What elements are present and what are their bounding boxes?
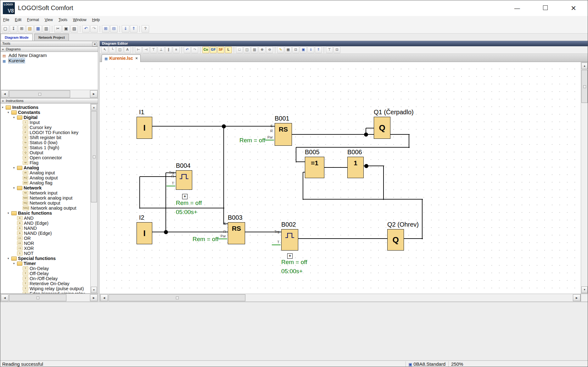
instruction-nor[interactable]: ≥1NOR [1,241,91,246]
instruction-off-delay[interactable]: TOff-Delay [1,271,91,276]
menu-edit[interactable]: Edit [12,16,24,24]
instruction-special-functions[interactable]: ▾Special functions [1,256,91,261]
align-bottom-button[interactable]: ⊥ [158,47,165,53]
redo-button[interactable]: ↷ [90,25,98,33]
instruction-cursor-key[interactable]: CCursor key [1,125,91,130]
print-button[interactable]: ▥ [42,25,50,33]
instruction-analog-flag[interactable]: AMAnalog flag [1,180,91,185]
instruction-nand[interactable]: &NAND [1,226,91,231]
scroll-down-button[interactable]: ▼ [91,287,97,293]
grid-button[interactable]: ▦ [285,47,292,53]
menu-window[interactable]: Window [70,16,89,24]
basic-functions-button[interactable]: GF [210,47,217,53]
scroll-thumb[interactable] [581,70,588,103]
diagram-item-kurenie[interactable]: ▦Kurenie [1,58,98,63]
instruction-xor[interactable]: =1XOR [1,246,91,251]
tree-toggle-icon[interactable]: ▾ [13,165,17,170]
instruction-analog-input[interactable]: AIAnalog input [1,170,91,175]
instruction-not[interactable]: 1NOT [1,251,91,256]
context-help-button[interactable]: ? [142,25,149,33]
instruction-nand-edge[interactable]: &NAND (Edge) [1,231,91,236]
zoom-in-button[interactable]: ⊕ [259,47,266,53]
align-top-button[interactable]: ⊤ [150,47,157,53]
instruction-retentive-on-delay[interactable]: TRetentive On-Delay [1,281,91,286]
pc-to-logo-button[interactable]: ⇓ [122,25,129,33]
block-q1[interactable]: Q [374,117,390,139]
instruction-edge-triggered-wiping-relay[interactable]: TEdge triggered wiping relay [1,291,91,294]
paste-button[interactable]: ▨ [70,25,78,33]
instruction-and[interactable]: &AND [1,216,91,221]
align-left-button[interactable]: ⊢ [135,47,142,53]
special-functions-button[interactable]: SF [217,47,224,53]
expand-parameter-button[interactable]: + [182,194,188,199]
tab-diagram-mode[interactable]: Diagram Mode [1,34,33,41]
instruction-flag[interactable]: MFlag [1,160,91,165]
fit-view-button[interactable]: ⊡ [333,47,340,53]
scroll-left-button[interactable]: ◀ [100,294,108,301]
open-button[interactable]: ▤ [26,25,34,33]
new-diagram-button[interactable]: ▢ [2,25,9,33]
canvas-hscrollbar[interactable]: ◀ ▶ [100,294,581,302]
tree-toggle-icon[interactable]: ▾ [8,256,11,261]
diagrams-hscrollbar[interactable]: ◀ ▶ [0,90,98,98]
copy-button[interactable]: ▣ [62,25,70,33]
constants-button[interactable]: Co [202,47,209,53]
menu-help[interactable]: Help [89,16,103,24]
expand-parameter-button[interactable]: + [287,253,293,259]
diagram-item-add-new-diagram[interactable]: ▤Add New Diagram [1,53,98,58]
save-button[interactable]: ▦ [34,25,42,33]
canvas-vscrollbar[interactable]: ▲ ▼ [581,62,588,294]
diagrams-section-header[interactable]: ▾ Diagrams [0,47,98,52]
new-window-button[interactable]: ⊞ [18,25,25,33]
instruction-open-connector[interactable]: XOpen connector [1,155,91,160]
instruction-or[interactable]: ≥1OR [1,236,91,241]
tab-close-icon[interactable]: × [135,56,138,61]
block-b005[interactable]: =1 [305,157,324,178]
instruction-network-analog-output[interactable]: NAQNetwork analog output [1,206,91,211]
undo-button[interactable]: ↶ [82,25,90,33]
tree-toggle-icon[interactable]: ▾ [13,115,17,120]
block-q2[interactable]: Q [387,229,404,251]
scroll-left-button[interactable]: ◀ [1,294,8,301]
tree-toggle-icon[interactable]: ▾ [8,110,11,115]
redo-button[interactable]: ↷ [191,47,198,53]
window-split-2-button[interactable]: ◫ [244,47,250,53]
menu-tools[interactable]: Tools [56,16,70,24]
tree-toggle-icon[interactable]: ▾ [8,211,11,216]
instruction-network[interactable]: ▾Network [1,185,91,190]
instruction-instructions[interactable]: ▾Instructions [1,105,91,110]
scroll-thumb[interactable] [91,111,97,202]
zoom-out-button[interactable]: ⊖ [266,47,273,53]
instructions-section-header[interactable]: ▾ Instructions [0,98,98,104]
cut-button[interactable]: ✂ [54,25,62,33]
instruction-shift-register-bit[interactable]: SShift register bit [1,135,91,140]
scroll-up-button[interactable]: ▲ [581,63,588,69]
scroll-up-button[interactable]: ▲ [91,104,97,110]
convert-lad-button[interactable]: ⊞ [102,25,109,33]
scroll-thumb[interactable] [9,294,66,301]
select-tool-button[interactable]: ↖ [101,47,108,53]
split-connection-button[interactable]: ◫ [116,47,123,53]
instruction-constants[interactable]: ▾Constants [1,110,91,115]
menu-format[interactable]: Format [24,16,42,24]
tools-hscrollbar[interactable]: ◀ ▶ [0,294,98,302]
window-split-3-button[interactable]: ▥ [251,47,258,53]
block-i1[interactable]: I [137,117,152,139]
instruction-network-output[interactable]: NQNetwork output [1,200,91,206]
diagram-canvas[interactable]: II1II2RSB001SRParB004TrgRT=1B0051B006RSB… [100,62,581,294]
tab-kurenie-lsc[interactable]: ▦Kurenie.lsc× [102,54,141,62]
instruction-output[interactable]: QOutput [1,150,91,155]
tree-toggle-icon[interactable]: ▾ [2,105,6,110]
instruction-on-delay[interactable]: TOn-Delay [1,266,91,271]
block-b004[interactable] [176,170,192,190]
connector-tool-button[interactable]: ╰ [109,47,116,53]
space-vertical-button[interactable]: ≡ [173,47,180,53]
label-button[interactable]: L [225,47,232,53]
import-button[interactable]: ↧ [10,25,17,33]
tree-toggle-icon[interactable]: ▾ [13,261,17,266]
snap-button[interactable]: ⊡ [292,47,299,53]
instruction-on-off-delay[interactable]: TOn-/Off-Delay [1,276,91,281]
maximize-button[interactable] [543,5,548,11]
instruction-input[interactable]: IInput [1,120,91,125]
instruction-status-1-high[interactable]: hiStatus 1 (high) [1,145,91,150]
